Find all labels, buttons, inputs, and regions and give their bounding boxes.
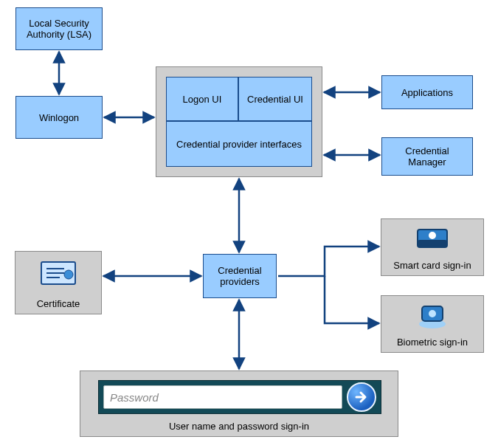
connectors xyxy=(0,0,498,448)
diagram-root: Local Security Authority (LSA) Winlogon … xyxy=(0,0,498,448)
